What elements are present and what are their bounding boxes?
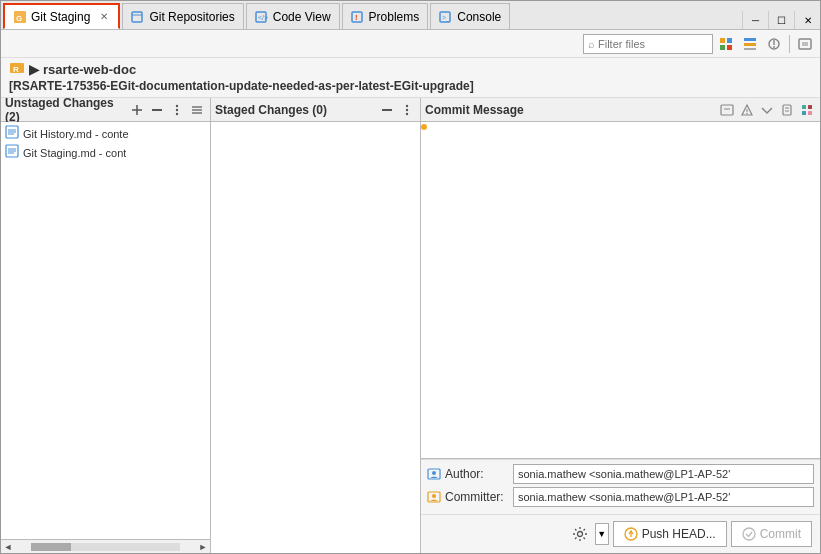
- svg-rect-11: [727, 38, 732, 43]
- svg-point-50: [746, 112, 748, 114]
- author-label: Author:: [427, 467, 507, 481]
- author-row: Author: sonia.mathew <sonia.mathew@LP1-A…: [427, 464, 814, 484]
- file-item-git-history[interactable]: Git History.md - conte: [1, 124, 210, 143]
- commit-indicator-dot: [421, 124, 427, 130]
- code-view-icon: </>: [255, 10, 269, 24]
- push-icon: [624, 527, 638, 541]
- repo-arrow: ▶: [29, 62, 39, 77]
- tab-console[interactable]: >_ Console: [430, 3, 510, 29]
- unstaged-panel: Unstaged Changes (2): [1, 98, 211, 553]
- svg-point-44: [406, 108, 408, 110]
- minimize-button[interactable]: ─: [742, 11, 768, 29]
- tab-problems[interactable]: ! Problems: [342, 3, 429, 29]
- commit-message-textarea[interactable]: [421, 122, 820, 458]
- unstaged-list-btn[interactable]: [188, 101, 206, 119]
- svg-point-65: [743, 528, 755, 540]
- svg-rect-57: [808, 111, 812, 115]
- commit-header: Commit Message: [421, 98, 820, 122]
- commit-icon-btn5[interactable]: [798, 101, 816, 119]
- commit-icon-btn3[interactable]: [758, 101, 776, 119]
- svg-text:!: !: [355, 13, 358, 22]
- author-section: Author: sonia.mathew <sonia.mathew@LP1-A…: [421, 459, 820, 514]
- tab-code-view[interactable]: </> Code View: [246, 3, 340, 29]
- tab-git-staging-label: Git Staging: [31, 10, 90, 24]
- repo-header: R ▶ rsarte-web-doc [RSARTE-175356-EGit-d…: [1, 58, 820, 98]
- svg-rect-55: [808, 105, 812, 109]
- svg-text:R: R: [13, 65, 19, 74]
- unstaged-menu-btn[interactable]: [168, 101, 186, 119]
- svg-rect-16: [744, 48, 756, 50]
- svg-point-59: [432, 471, 436, 475]
- svg-text:</>: </>: [258, 14, 268, 21]
- main-toolbar: ⌕: [1, 30, 820, 58]
- maximize-button[interactable]: ☐: [768, 11, 794, 29]
- git-repos-icon: [131, 10, 145, 24]
- svg-point-30: [176, 112, 178, 114]
- commit-icon-btn1[interactable]: [718, 101, 736, 119]
- scroll-left-arrow[interactable]: ◄: [1, 540, 15, 554]
- committer-input[interactable]: sonia.mathew <sonia.mathew@LP1-AP-52': [513, 487, 814, 507]
- committer-value: sonia.mathew <sonia.mathew@LP1-AP-52': [518, 491, 730, 503]
- commit-icon: [742, 527, 756, 541]
- svg-rect-42: [382, 109, 392, 111]
- repo-branch: [RSARTE-175356-EGit-documentation-update…: [9, 79, 474, 93]
- staged-title: Staged Changes (0): [215, 103, 376, 117]
- toolbar-btn-2[interactable]: [739, 33, 761, 55]
- staged-file-list: [211, 122, 420, 553]
- toolbar-btn-3[interactable]: [763, 33, 785, 55]
- svg-point-29: [176, 108, 178, 110]
- committer-label: Committer:: [427, 490, 507, 504]
- commit-button[interactable]: Commit: [731, 521, 812, 547]
- unstaged-remove-btn[interactable]: [148, 101, 166, 119]
- unstaged-scrollbar[interactable]: ◄ ►: [1, 539, 210, 553]
- tab-git-repositories[interactable]: Git Repositories: [122, 3, 243, 29]
- filter-input[interactable]: [598, 38, 698, 50]
- author-input[interactable]: sonia.mathew <sonia.mathew@LP1-AP-52': [513, 464, 814, 484]
- svg-rect-13: [727, 45, 732, 50]
- committer-row: Committer: sonia.mathew <sonia.mathew@LP…: [427, 487, 814, 507]
- unstaged-header: Unstaged Changes (2): [1, 98, 210, 122]
- tab-git-staging[interactable]: G Git Staging ✕: [3, 3, 120, 29]
- close-button[interactable]: ✕: [794, 11, 820, 29]
- filter-container: ⌕: [583, 34, 713, 54]
- unstaged-add-btn[interactable]: [128, 101, 146, 119]
- toolbar-btn-1[interactable]: [715, 33, 737, 55]
- commit-icon-btn4[interactable]: [778, 101, 796, 119]
- unstaged-file-list: Git History.md - conte Git Staging.md - …: [1, 122, 210, 539]
- push-head-button[interactable]: Push HEAD...: [613, 521, 727, 547]
- committer-label-text: Committer:: [445, 490, 504, 504]
- svg-rect-12: [720, 45, 725, 50]
- staged-minus-btn[interactable]: [378, 101, 396, 119]
- svg-point-28: [176, 104, 178, 106]
- staged-menu-btn[interactable]: [398, 101, 416, 119]
- svg-text:>_: >_: [442, 14, 450, 22]
- svg-point-61: [432, 494, 436, 498]
- svg-rect-14: [744, 38, 756, 41]
- tab-problems-label: Problems: [369, 10, 420, 24]
- file-icon-git-staging: [5, 144, 19, 161]
- tab-close-git-staging[interactable]: ✕: [98, 11, 110, 22]
- commit-message-area[interactable]: [421, 122, 820, 459]
- repo-name: rsarte-web-doc: [43, 62, 136, 77]
- svg-rect-56: [802, 111, 806, 115]
- commit-icon-btn2[interactable]: [738, 101, 756, 119]
- action-bar: ▼ Push HEAD... Commit: [421, 514, 820, 553]
- svg-rect-2: [132, 12, 142, 22]
- toolbar-btn-4[interactable]: [794, 33, 816, 55]
- git-staging-icon: G: [13, 10, 27, 24]
- search-icon: ⌕: [588, 38, 595, 50]
- toolbar-divider: [789, 35, 790, 53]
- push-head-label: Push HEAD...: [642, 527, 716, 541]
- settings-gear-button[interactable]: [569, 523, 591, 545]
- push-dropdown-arrow[interactable]: ▼: [595, 523, 609, 545]
- svg-rect-51: [783, 105, 791, 115]
- repo-icon: R: [9, 60, 25, 79]
- file-item-git-staging[interactable]: Git Staging.md - cont: [1, 143, 210, 162]
- staged-panel: Staged Changes (0): [211, 98, 421, 553]
- main-panels: Unstaged Changes (2): [1, 98, 820, 553]
- author-value: sonia.mathew <sonia.mathew@LP1-AP-52': [518, 468, 730, 480]
- scroll-right-arrow[interactable]: ►: [196, 540, 210, 554]
- scroll-thumb[interactable]: [31, 543, 71, 551]
- scroll-track[interactable]: [31, 543, 180, 551]
- svg-rect-27: [152, 109, 162, 111]
